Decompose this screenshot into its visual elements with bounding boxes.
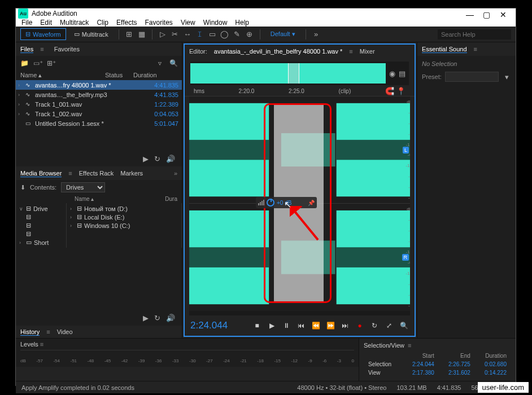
tree-item[interactable]: ⊟ — [17, 230, 65, 238]
play-icon[interactable]: ▶ — [143, 155, 149, 163]
waveform-display[interactable]: L dB-3-6-9-15-∞-15-9-6-3 — [189, 96, 410, 315]
toolbar-overflow-icon[interactable]: » — [312, 30, 321, 39]
skip-selection-button[interactable]: ⤢ — [384, 321, 394, 331]
time-select-tool-icon[interactable]: 𝙸 — [195, 30, 204, 39]
spectral-toggle-icon[interactable]: ▦ — [137, 30, 146, 39]
menu-edit[interactable]: Edit — [40, 19, 52, 27]
drive-item[interactable]: ›⊟Windows 10 (C:) — [68, 221, 180, 230]
sel-dur[interactable]: 0:02.680 — [475, 361, 510, 368]
move-tool-icon[interactable]: ▷ — [158, 30, 167, 39]
file-row[interactable]: ›∿Track 1_002.wav0:04.053 — [16, 109, 182, 118]
maximize-button[interactable]: ▢ — [483, 10, 490, 17]
menu-clip[interactable]: Clip — [97, 19, 108, 27]
timecode-display[interactable]: 2:24.044 — [190, 320, 228, 331]
pause-button[interactable]: ⏸ — [281, 321, 291, 331]
panel-menu-icon[interactable]: ≡ — [474, 46, 477, 52]
panel-menu-icon[interactable]: ≡ — [40, 46, 43, 52]
video-tab[interactable]: Video — [57, 328, 73, 335]
brush-tool-icon[interactable]: ✎ — [233, 30, 242, 39]
filter-icon[interactable]: ▿ — [155, 59, 165, 68]
amplitude-hud[interactable]: +0 dB 📌 — [256, 197, 317, 208]
volume-icon[interactable]: 🔊 — [166, 314, 175, 322]
healing-tool-icon[interactable]: ⊕ — [245, 30, 254, 39]
lasso-tool-icon[interactable]: ◯ — [220, 30, 229, 39]
panel-menu-icon[interactable]: ≡ — [40, 341, 43, 348]
record-button[interactable]: ● — [355, 321, 365, 331]
stop-button[interactable]: ■ — [252, 321, 262, 331]
col-duration[interactable]: Duration — [133, 72, 167, 79]
menu-view[interactable]: View — [181, 19, 195, 27]
search-help-input[interactable] — [438, 29, 511, 40]
menu-effects[interactable]: Effects — [116, 19, 137, 27]
new-multitrack-icon[interactable]: ⊞⁺ — [46, 59, 56, 68]
multitrack-mode-button[interactable]: ▭Multitrack — [69, 29, 113, 40]
file-row[interactable]: ›∿Track 1_001.wav1:22.389 — [16, 99, 182, 109]
pin-icon[interactable]: 📍 — [396, 87, 405, 96]
effects-rack-tab[interactable]: Effects Rack — [79, 170, 114, 177]
panel-menu-icon[interactable]: ≡ — [349, 48, 352, 55]
panel-menu-icon[interactable]: ≡ — [46, 328, 50, 335]
view-end[interactable]: 2:31.602 — [439, 369, 474, 376]
contents-dropdown[interactable]: Drives — [61, 182, 105, 192]
volume-icon[interactable]: 🔊 — [166, 155, 175, 163]
forward-button[interactable]: ⏩ — [325, 321, 335, 331]
skip-back-button[interactable]: ⏮ — [296, 321, 306, 331]
minimize-button[interactable]: — — [466, 10, 473, 17]
panel-menu-icon[interactable]: ≡ — [408, 342, 411, 349]
new-file-icon[interactable]: ▭⁺ — [33, 59, 43, 68]
tree-shortcuts[interactable]: ›▭Short — [17, 238, 65, 247]
col-status[interactable]: Status — [105, 72, 133, 79]
skip-forward-button[interactable]: ⏭ — [340, 321, 350, 331]
panel-overflow-icon[interactable]: » — [174, 170, 177, 177]
files-tab[interactable]: Files — [20, 46, 33, 53]
razor-tool-icon[interactable]: ✂ — [171, 30, 180, 39]
preset-dropdown[interactable] — [445, 72, 499, 82]
rewind-button[interactable]: ⏪ — [311, 321, 321, 331]
sel-start[interactable]: 2:24.044 — [403, 361, 438, 368]
menu-window[interactable]: Window — [203, 19, 228, 27]
media-browser-tab[interactable]: Media Browser — [20, 170, 62, 177]
play-button[interactable]: ▶ — [267, 321, 277, 331]
snap-icon[interactable]: 🧲 — [385, 87, 394, 96]
open-file-icon[interactable]: 📁 — [19, 59, 29, 68]
drive-item[interactable]: ›⊟Новый том (D:) — [68, 204, 180, 213]
menu-multitrack[interactable]: Multitrack — [60, 19, 89, 27]
file-row[interactable]: ›∿avantas…_the_belfry.mp34:41.835 — [16, 90, 182, 99]
drive-item[interactable]: ›⊟Local Disk (E:) — [68, 213, 180, 221]
menu-favorites[interactable]: Favorites — [145, 19, 173, 27]
play-icon[interactable]: ▶ — [143, 314, 149, 322]
timeline-ruler[interactable]: hms 2:20.0 2:25.0 (clip) 🧲 📍 — [185, 86, 415, 96]
favorites-tab[interactable]: Favorites — [54, 46, 80, 52]
col-name[interactable]: Name ▴ — [20, 72, 105, 79]
loop-icon[interactable]: ↻ — [154, 155, 160, 163]
preset-menu-icon[interactable]: ▾ — [502, 72, 511, 81]
overview-waveform[interactable]: ◉ ▤ — [190, 62, 409, 85]
search-icon[interactable]: 🔍 — [168, 59, 178, 68]
markers-tab[interactable]: Markers — [120, 170, 143, 177]
file-row[interactable]: ›∿avantas…fry 48000 1.wav *4:41.835 — [16, 80, 182, 90]
gain-value[interactable]: +0 dB — [277, 200, 291, 206]
history-tab[interactable]: History — [20, 328, 40, 336]
menu-file[interactable]: File — [21, 19, 32, 27]
workspace-selector[interactable]: Default ▾ — [266, 30, 300, 38]
tree-item[interactable]: ⊟ — [17, 213, 65, 221]
sel-end[interactable]: 2:26.725 — [439, 361, 474, 368]
tree-drives[interactable]: ∨⊟Drive — [17, 204, 65, 213]
import-icon[interactable]: ⬇ — [20, 184, 25, 191]
pitch-view-icon[interactable]: ▤ — [399, 69, 405, 78]
hud-toggle-icon[interactable]: ⊞ — [125, 30, 134, 39]
editor-filename[interactable]: avantasia_-_devil_in_the_belfry 48000 1.… — [214, 48, 343, 55]
marquee-tool-icon[interactable]: ▭ — [208, 30, 217, 39]
mixer-tab[interactable]: Mixer — [360, 48, 375, 55]
frequency-view-icon[interactable]: ◉ — [389, 69, 395, 78]
pin-hud-icon[interactable]: 📌 — [308, 200, 315, 206]
slip-tool-icon[interactable]: ↔ — [183, 30, 192, 39]
menu-help[interactable]: Help — [235, 19, 249, 27]
close-button[interactable]: ✕ — [500, 10, 507, 17]
zoom-button[interactable]: 🔍 — [399, 321, 409, 331]
view-dur[interactable]: 0:14.222 — [475, 369, 510, 376]
essential-sound-tab[interactable]: Essential Sound — [422, 46, 467, 53]
view-start[interactable]: 2:17.380 — [403, 369, 438, 376]
overview-selection[interactable] — [288, 63, 299, 84]
tree-item[interactable]: ⊟ — [17, 221, 65, 230]
